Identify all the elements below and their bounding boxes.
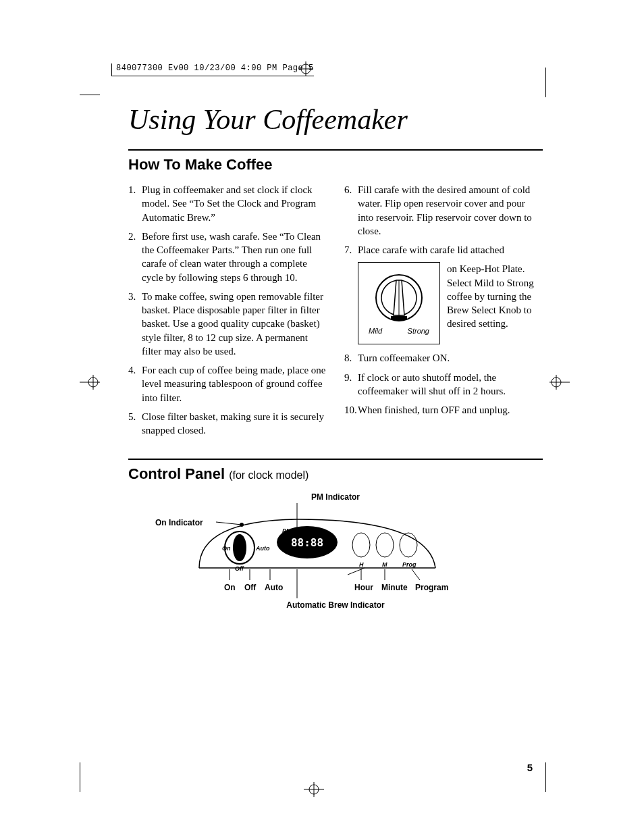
svg-text:Prog: Prog xyxy=(402,561,417,568)
step-num: 3. xyxy=(128,290,142,358)
svg-text:M: M xyxy=(382,561,387,568)
knob-strong-label: Strong xyxy=(408,326,429,336)
control-panel-figure: PM Indicator On Indicator On Off Auto Ho… xyxy=(128,492,543,627)
step-num: 6. xyxy=(344,183,358,238)
step-text: When finished, turn OFF and unplug. xyxy=(358,403,543,417)
svg-text:Auto: Auto xyxy=(255,545,270,552)
step-text: Close filter basket, making sure it is s… xyxy=(142,410,327,438)
svg-point-27 xyxy=(352,533,370,557)
step-num: 9. xyxy=(344,371,358,398)
section-subnote: (for clock model) xyxy=(229,469,308,481)
svg-text:PM: PM xyxy=(282,527,292,534)
right-column: 6.Fill carafe with the desired amount of… xyxy=(344,183,543,442)
clock-display: 88:88 xyxy=(291,536,323,549)
svg-line-39 xyxy=(412,569,420,580)
page-number: 5 xyxy=(527,762,533,773)
step-text: Turn coffeemaker ON. xyxy=(358,351,543,365)
brew-knob-figure: Mild Strong xyxy=(358,262,440,344)
section-how-to: How To Make Coffee xyxy=(128,156,543,174)
step-num: 10. xyxy=(344,403,358,417)
step-num: 2. xyxy=(128,230,142,284)
step-text: Fill carafe with the desired amount of c… xyxy=(358,183,543,238)
svg-point-19 xyxy=(240,523,244,527)
page-title: Using Your Coffeemaker xyxy=(128,103,543,136)
step-num: 7. xyxy=(344,243,358,257)
svg-point-28 xyxy=(376,533,394,557)
svg-text:On: On xyxy=(222,545,231,552)
step-num: 1. xyxy=(128,183,142,224)
print-slug: 840077300 Ev00 10/23/00 4:00 PM Page 5 xyxy=(111,63,314,76)
svg-point-21 xyxy=(233,534,246,561)
section-heading-text: Control Panel xyxy=(128,465,225,482)
divider xyxy=(128,459,543,460)
auto-brew-label: Automatic Brew Indicator xyxy=(286,600,384,610)
svg-line-40 xyxy=(348,568,365,575)
step-num: 5. xyxy=(128,410,142,438)
svg-text:H: H xyxy=(359,561,364,568)
step-num: 4. xyxy=(128,363,142,405)
step-text: Before first use, wash carafe. See “To C… xyxy=(142,230,327,284)
step-text: Place carafe with carafe lid attached xyxy=(358,243,543,257)
svg-text:Off: Off xyxy=(235,565,244,572)
knob-mild-label: Mild xyxy=(369,326,382,336)
step-text: To make coffee, swing open removable fil… xyxy=(142,290,327,358)
section-control-panel: Control Panel (for clock model) xyxy=(128,465,543,483)
knob-side-text: on Keep-Hot Plate. Select Mild to Strong… xyxy=(447,262,543,330)
svg-line-17 xyxy=(216,522,242,525)
step-text: If clock or auto shutoff model, the coff… xyxy=(358,371,543,398)
step-num: 8. xyxy=(344,351,358,365)
knob-icon xyxy=(372,271,426,325)
panel-drawing: On Auto Off 88:88 PM H M Prog xyxy=(162,500,500,602)
left-column: 1.Plug in coffeemaker and set clock if c… xyxy=(128,183,327,442)
step-text: Plug in coffeemaker and set clock if clo… xyxy=(142,183,327,224)
step-text: For each cup of coffee being made, place… xyxy=(142,363,327,405)
svg-rect-15 xyxy=(391,316,407,320)
divider xyxy=(128,149,543,151)
